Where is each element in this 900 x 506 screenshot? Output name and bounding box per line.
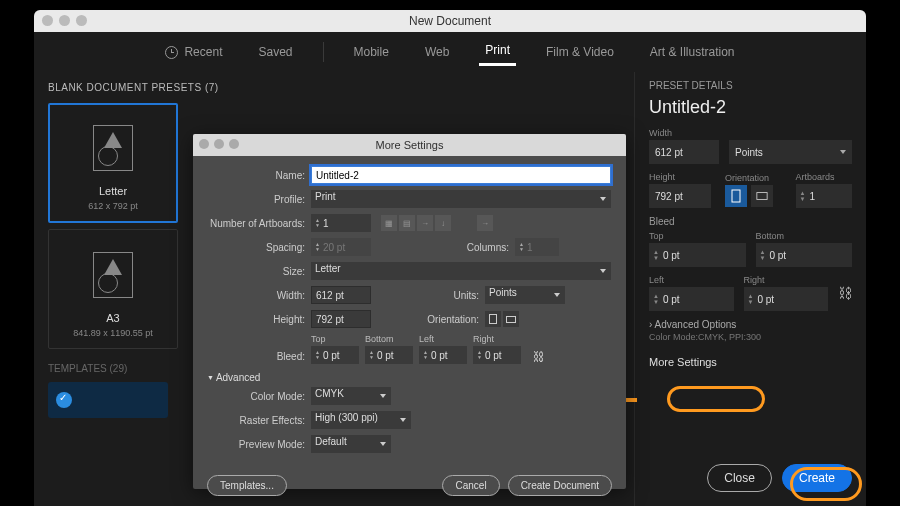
profile-select[interactable]: Print (311, 190, 611, 208)
left-label: Left (649, 275, 734, 285)
left-label: Left (419, 334, 434, 344)
preset-size: 612 x 792 pt (88, 201, 138, 211)
preview-label: Preview Mode: (207, 439, 305, 450)
close-button[interactable]: Close (707, 464, 772, 492)
orientation-landscape[interactable] (503, 311, 519, 327)
bleed-bottom-stepper[interactable]: ▲▼0 pt (365, 346, 413, 364)
size-select[interactable]: Letter (311, 262, 611, 280)
spacing-label: Spacing: (207, 242, 305, 253)
page-icon (93, 125, 133, 171)
advanced-options-toggle[interactable]: Advanced Options (649, 319, 852, 330)
tab-print[interactable]: Print (479, 39, 516, 66)
orientation-landscape[interactable] (751, 185, 773, 207)
tab-saved[interactable]: Saved (252, 41, 298, 63)
raster-effects-select[interactable]: High (300 ppi) (311, 411, 411, 429)
page-icon (93, 252, 133, 298)
artboard-arrangement-icons[interactable]: ▦▤→↓ (381, 215, 451, 231)
bottom-label: Bottom (756, 231, 853, 241)
units-label: Units: (439, 290, 479, 301)
name-input[interactable] (311, 166, 611, 184)
width-label: Width (649, 128, 852, 138)
artboards-label: Number of Artboards: (207, 218, 305, 229)
advanced-toggle[interactable]: Advanced (207, 372, 612, 383)
more-settings-button[interactable]: More Settings (649, 356, 717, 368)
modal-traffic-lights[interactable] (199, 139, 239, 149)
orientation-portrait[interactable] (725, 185, 747, 207)
preset-details-panel: PRESET DETAILS Untitled-2 Width Points H… (634, 72, 866, 506)
window-traffic-lights[interactable] (42, 15, 87, 26)
tab-film-video[interactable]: Film & Video (540, 41, 620, 63)
width-input[interactable] (649, 140, 719, 164)
bleed-right-stepper[interactable]: ▲▼0 pt (744, 287, 829, 311)
preview-mode-select[interactable]: Default (311, 435, 391, 453)
bleed-top-stepper[interactable]: ▲▼0 pt (311, 346, 359, 364)
preset-a3[interactable]: A3 841.89 x 1190.55 pt (48, 229, 178, 349)
templates-button[interactable]: Templates... (207, 475, 287, 496)
orientation-label: Orientation: (413, 314, 479, 325)
svg-rect-1 (757, 193, 767, 200)
orientation-label: Orientation (725, 173, 782, 183)
bleed-label: Bleed (649, 216, 852, 227)
cancel-button[interactable]: Cancel (442, 475, 499, 496)
category-tabs: Recent Saved Mobile Web Print Film & Vid… (34, 32, 866, 72)
units-select[interactable]: Points (729, 140, 852, 164)
arrange-extra-icon[interactable]: → (477, 215, 493, 231)
bleed-left-stepper[interactable]: ▲▼0 pt (649, 287, 734, 311)
presets-label: BLANK DOCUMENT PRESETS (7) (48, 82, 620, 93)
orientation-toggle[interactable] (485, 311, 519, 327)
artboards-label: Artboards (796, 172, 853, 182)
bleed-bottom-stepper[interactable]: ▲▼0 pt (756, 243, 853, 267)
tab-mobile[interactable]: Mobile (348, 41, 395, 63)
columns-label: Columns: (453, 242, 509, 253)
height-label: Height (649, 172, 711, 182)
width-label: Width: (207, 290, 305, 301)
height-input[interactable] (311, 310, 371, 328)
height-input[interactable] (649, 184, 711, 208)
svg-rect-0 (732, 190, 740, 202)
color-mode-select[interactable]: CMYK (311, 387, 391, 405)
width-input[interactable] (311, 286, 371, 304)
top-label: Top (649, 231, 746, 241)
check-icon (56, 392, 72, 408)
right-label: Right (744, 275, 829, 285)
color-mode-label: Color Mode: (207, 391, 305, 402)
stepper-arrows-icon: ▲▼ (800, 190, 806, 202)
artboards-stepper[interactable]: ▲▼1 (796, 184, 853, 208)
create-document-button[interactable]: Create Document (508, 475, 612, 496)
template-item[interactable] (48, 382, 168, 418)
preset-letter[interactable]: Letter 612 x 792 pt (48, 103, 178, 223)
tab-web[interactable]: Web (419, 41, 455, 63)
orientation-portrait[interactable] (485, 311, 501, 327)
modal-titlebar: More Settings (193, 134, 626, 156)
link-icon[interactable]: ⛓ (533, 350, 545, 364)
modal-title: More Settings (376, 139, 444, 151)
orientation-toggle[interactable] (725, 185, 782, 207)
bleed-top-stepper[interactable]: ▲▼0 pt (649, 243, 746, 267)
columns-stepper: ▲▼1 (515, 238, 559, 256)
bleed-label: Bleed: (207, 351, 305, 364)
window-titlebar: New Document (34, 10, 866, 32)
top-label: Top (311, 334, 326, 344)
create-button[interactable]: Create (782, 464, 852, 492)
bleed-left-stepper[interactable]: ▲▼0 pt (419, 346, 467, 364)
preset-name: Letter (99, 185, 127, 197)
size-label: Size: (207, 266, 305, 277)
units-select[interactable]: Points (485, 286, 565, 304)
spacing-stepper: ▲▼20 pt (311, 238, 371, 256)
bottom-label: Bottom (365, 334, 394, 344)
link-icon[interactable]: ⛓ (838, 285, 852, 301)
tab-recent[interactable]: Recent (159, 41, 228, 63)
preset-size: 841.89 x 1190.55 pt (73, 328, 153, 338)
preset-title[interactable]: Untitled-2 (649, 97, 852, 118)
preset-name: A3 (106, 312, 119, 324)
tab-art-illustration[interactable]: Art & Illustration (644, 41, 741, 63)
clock-icon (165, 46, 178, 59)
window-title: New Document (409, 14, 491, 28)
color-mode-note: Color Mode:CMYK, PPI:300 (649, 332, 852, 342)
preset-details-header: PRESET DETAILS (649, 80, 852, 91)
profile-label: Profile: (207, 194, 305, 205)
name-label: Name: (207, 170, 305, 181)
artboards-stepper[interactable]: ▲▼1 (311, 214, 371, 232)
right-label: Right (473, 334, 494, 344)
bleed-right-stepper[interactable]: ▲▼0 pt (473, 346, 521, 364)
